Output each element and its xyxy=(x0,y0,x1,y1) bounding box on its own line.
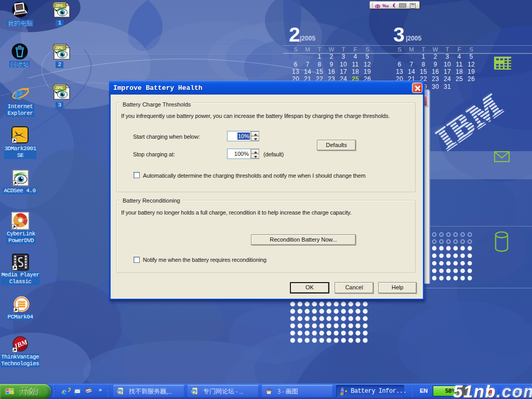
svg-text:JPG: JPG xyxy=(55,46,63,51)
svg-text:JPG: JPG xyxy=(55,86,63,91)
svg-text:JPG: JPG xyxy=(55,4,63,9)
svg-text:e: e xyxy=(14,85,23,102)
